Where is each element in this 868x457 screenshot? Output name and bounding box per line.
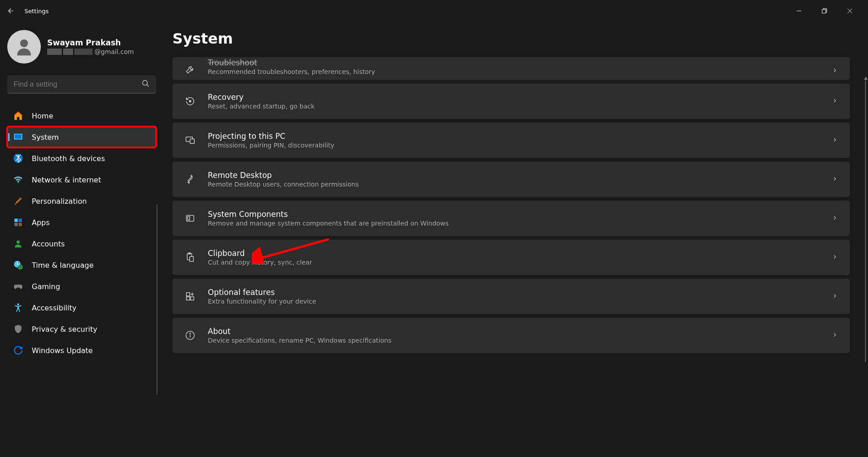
- settings-subtitle: Remote Desktop users, connection permiss…: [208, 181, 832, 188]
- system-icon: [13, 132, 24, 143]
- wifi-icon: [13, 174, 24, 185]
- chevron-right-icon: [832, 67, 838, 75]
- person-icon: [14, 36, 34, 57]
- svg-rect-8: [15, 135, 22, 139]
- user-name: Swayam Prakash: [47, 38, 134, 47]
- sidebar-item-windows-update[interactable]: Windows Update: [7, 340, 156, 361]
- svg-point-31: [190, 333, 191, 334]
- settings-item-system-components[interactable]: System Components Remove and manage syst…: [172, 201, 850, 236]
- sidebar-item-network[interactable]: Network & internet: [7, 169, 156, 190]
- apps-icon: [13, 217, 24, 228]
- sidebar-item-apps[interactable]: Apps: [7, 212, 156, 233]
- svg-rect-1: [822, 10, 826, 13]
- nav-label: Accounts: [32, 240, 65, 248]
- settings-title: Projecting to this PC: [208, 132, 832, 141]
- svg-rect-10: [15, 219, 18, 222]
- sidebar-item-time-language[interactable]: Time & language: [7, 255, 156, 275]
- sidebar-item-accounts[interactable]: Accounts: [7, 233, 156, 254]
- recovery-icon: [184, 95, 196, 107]
- settings-text: Optional features Extra functionality fo…: [208, 288, 832, 305]
- sidebar-item-system[interactable]: System: [7, 127, 156, 147]
- nav-label: Apps: [32, 218, 50, 227]
- sidebar-item-bluetooth[interactable]: Bluetooth & devices: [7, 148, 156, 169]
- svg-rect-12: [15, 223, 18, 226]
- content: System Troubleshoot Recommended troubles…: [163, 22, 868, 457]
- settings-subtitle: Recommended troubleshooters, preferences…: [208, 68, 832, 75]
- content-scrollbar[interactable]: [865, 81, 866, 362]
- components-icon: [184, 212, 196, 224]
- maximize-icon: [822, 8, 827, 14]
- paintbrush-icon: [13, 196, 24, 206]
- remote-desktop-icon: [184, 173, 196, 185]
- accessibility-icon: [13, 302, 24, 313]
- settings-subtitle: Remove and manage system components that…: [208, 220, 832, 227]
- svg-rect-22: [188, 216, 190, 220]
- sidebar-scrollbar[interactable]: [157, 204, 157, 395]
- settings-subtitle: Cut and copy history, sync, clear: [208, 259, 832, 266]
- wrench-icon: [184, 64, 196, 75]
- settings-item-projecting[interactable]: Projecting to this PC Permissions, pairi…: [172, 123, 850, 158]
- nav-label: System: [32, 133, 59, 142]
- settings-title: Clipboard: [208, 249, 832, 258]
- close-button[interactable]: [837, 2, 863, 20]
- chevron-right-icon: [832, 214, 838, 223]
- scroll-up-icon[interactable]: ▲: [864, 75, 868, 80]
- shield-icon: [13, 324, 24, 334]
- back-button[interactable]: [5, 5, 16, 16]
- back-arrow-icon: [7, 7, 15, 15]
- svg-rect-26: [186, 293, 190, 296]
- chevron-right-icon: [832, 331, 838, 340]
- nav-label: Home: [32, 112, 53, 120]
- svg-point-18: [189, 100, 191, 102]
- nav-label: Time & language: [32, 261, 93, 270]
- settings-title: Optional features: [208, 288, 832, 297]
- titlebar: Settings: [0, 0, 868, 22]
- minimize-button[interactable]: [786, 2, 812, 20]
- settings-title: System Components: [208, 210, 832, 219]
- nav-label: Accessibility: [32, 304, 76, 312]
- chevron-right-icon: [832, 175, 838, 184]
- svg-rect-25: [190, 256, 193, 261]
- settings-item-recovery[interactable]: Recovery Reset, advanced startup, go bac…: [172, 84, 850, 119]
- settings-text: System Components Remove and manage syst…: [208, 210, 832, 227]
- settings-text: Remote Desktop Remote Desktop users, con…: [208, 171, 832, 188]
- gamepad-icon: [13, 281, 24, 292]
- sidebar-item-personalization[interactable]: Personalization: [7, 191, 156, 211]
- svg-point-14: [16, 241, 20, 244]
- user-section[interactable]: Swayam Prakash @gmail.com: [7, 30, 156, 75]
- nav-label: Windows Update: [32, 346, 93, 355]
- settings-subtitle: Extra functionality for your device: [208, 298, 832, 305]
- search-input[interactable]: [7, 75, 156, 93]
- avatar: [7, 30, 41, 64]
- svg-rect-13: [19, 223, 22, 226]
- sidebar-item-privacy[interactable]: Privacy & security: [7, 319, 156, 339]
- page-title: System: [172, 30, 850, 47]
- chevron-right-icon: [832, 136, 838, 145]
- chevron-right-icon: [832, 253, 838, 262]
- settings-item-optional-features[interactable]: Optional features Extra functionality fo…: [172, 279, 850, 314]
- settings-item-clipboard[interactable]: Clipboard Cut and copy history, sync, cl…: [172, 240, 850, 275]
- settings-text: About Device specifications, rename PC, …: [208, 327, 832, 344]
- sidebar: Swayam Prakash @gmail.com: [0, 22, 163, 457]
- sidebar-item-gaming[interactable]: Gaming: [7, 276, 156, 297]
- svg-point-4: [20, 39, 28, 47]
- settings-item-troubleshoot[interactable]: Troubleshoot Recommended troubleshooters…: [172, 57, 850, 80]
- nav-list: Home System: [7, 105, 156, 361]
- search-icon: [142, 79, 150, 89]
- minimize-icon: [796, 8, 802, 14]
- sidebar-item-home[interactable]: Home: [7, 105, 156, 126]
- nav-label: Personalization: [32, 197, 87, 206]
- svg-point-17: [17, 303, 20, 305]
- user-info: Swayam Prakash @gmail.com: [47, 38, 134, 55]
- sidebar-item-accessibility[interactable]: Accessibility: [7, 297, 156, 318]
- email-redacted: [47, 49, 93, 55]
- settings-subtitle: Device specifications, rename PC, Window…: [208, 337, 832, 344]
- settings-title: About: [208, 327, 832, 336]
- settings-text: Troubleshoot Recommended troubleshooters…: [208, 58, 832, 75]
- svg-line-6: [147, 84, 149, 87]
- settings-title: Troubleshoot: [208, 58, 832, 67]
- settings-text: Recovery Reset, advanced startup, go bac…: [208, 93, 832, 110]
- settings-item-remote-desktop[interactable]: Remote Desktop Remote Desktop users, con…: [172, 162, 850, 197]
- settings-item-about[interactable]: About Device specifications, rename PC, …: [172, 318, 850, 353]
- maximize-button[interactable]: [812, 2, 837, 20]
